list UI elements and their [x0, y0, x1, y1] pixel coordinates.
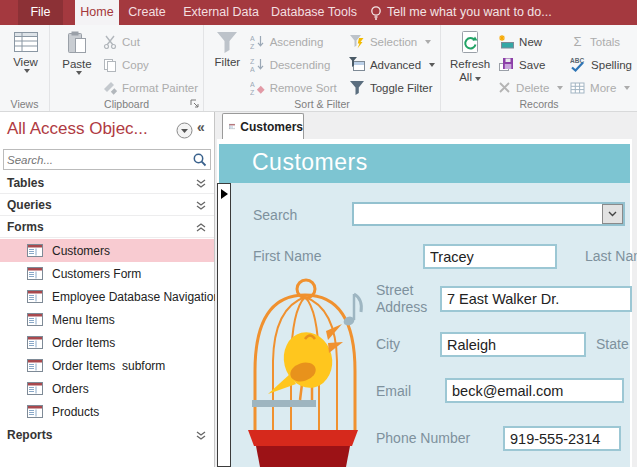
remove-sort-button[interactable]: A Z Remove Sort	[247, 76, 346, 99]
nav-section-reports[interactable]: Reports	[0, 424, 214, 446]
view-dropdown-arrow[interactable]	[24, 69, 30, 73]
city-input[interactable]	[440, 332, 586, 357]
tab-create[interactable]: Create	[122, 0, 172, 25]
more-dropdown-arrow[interactable]	[624, 86, 630, 90]
nav-section-tables[interactable]: Tables	[0, 172, 214, 194]
chevron-double-down-icon	[196, 201, 206, 210]
selection-button[interactable]: Selection	[346, 30, 438, 53]
refresh-all-dropdown-arrow[interactable]	[475, 77, 481, 81]
remove-sort-icon: A Z	[250, 80, 265, 95]
nav-search-input[interactable]	[7, 151, 187, 168]
view-button[interactable]: View	[13, 28, 39, 73]
delete-record-icon	[498, 81, 511, 94]
nav-pane-menu-icon[interactable]	[176, 122, 193, 139]
refresh-all-label-line1: Refresh	[450, 58, 490, 71]
spelling-label: Spelling	[591, 59, 632, 71]
view-icon	[13, 30, 39, 54]
record-selector-bar[interactable]	[217, 183, 231, 467]
nav-item-order-items-subform[interactable]: Order Items subform	[0, 354, 214, 377]
access-window: File Home Create External Data Database …	[0, 0, 637, 467]
spelling-button[interactable]: ABC Spelling	[567, 53, 635, 76]
tell-me-box[interactable]: Tell me what you want to do...	[387, 0, 552, 25]
tab-file[interactable]: File	[18, 0, 63, 25]
form-icon	[27, 313, 43, 326]
shutter-bar-close-button[interactable]: «	[197, 119, 205, 135]
email-input[interactable]	[445, 378, 624, 403]
nav-item-customers[interactable]: Customers	[0, 239, 214, 262]
tab-database-tools[interactable]: Database Tools	[268, 0, 360, 25]
descending-button[interactable]: Z A Descending	[247, 53, 346, 76]
nav-item-label: Products	[52, 405, 99, 419]
tab-home[interactable]: Home	[75, 0, 119, 25]
cut-label: Cut	[122, 36, 140, 48]
nav-item-label: Employee Database Navigation	[52, 290, 220, 304]
save-record-label: Save	[519, 59, 545, 71]
advanced-dropdown-arrow[interactable]	[429, 63, 435, 67]
music-note-icon	[342, 294, 361, 327]
selection-dropdown-arrow[interactable]	[425, 40, 431, 44]
sort-descending-icon: Z A	[250, 57, 265, 72]
paste-button[interactable]: Paste	[54, 28, 100, 75]
tab-external-data[interactable]: External Data	[178, 0, 264, 25]
ribbon-group-records: Refresh All New	[441, 25, 637, 111]
phone-number-input[interactable]	[503, 426, 621, 451]
svg-text:A: A	[250, 66, 255, 73]
format-painter-button[interactable]: Format Painter	[100, 76, 201, 99]
clipboard-dialog-launcher-icon[interactable]	[190, 99, 200, 109]
nav-section-forms[interactable]: Forms	[0, 216, 214, 238]
nav-item-products[interactable]: Products	[0, 400, 214, 423]
delete-record-label: Delete	[516, 82, 549, 94]
save-record-button[interactable]: Save	[495, 53, 567, 76]
street-address-input[interactable]	[440, 286, 632, 312]
city-label: City	[376, 336, 400, 352]
first-name-input[interactable]	[423, 244, 557, 269]
birdcage-illustration	[248, 276, 388, 467]
svg-text:Z: Z	[250, 43, 255, 50]
search-icon[interactable]	[192, 152, 208, 168]
delete-dropdown-arrow[interactable]	[557, 86, 563, 90]
state-label: State	[596, 336, 629, 352]
cut-button[interactable]: Cut	[100, 30, 201, 53]
spelling-icon: ABC	[570, 57, 586, 72]
copy-button[interactable]: Copy	[100, 53, 201, 76]
document-tab-label: Customers	[240, 120, 303, 134]
perch	[252, 400, 316, 407]
chevron-down-icon	[608, 211, 617, 217]
form-icon	[27, 290, 43, 303]
new-record-button[interactable]: New	[495, 30, 567, 53]
more-label: More	[590, 82, 616, 94]
nav-item-orders[interactable]: Orders	[0, 377, 214, 400]
selection-label: Selection	[370, 36, 417, 48]
cage-base-bottom	[256, 446, 350, 467]
refresh-all-button[interactable]: Refresh All	[445, 28, 495, 84]
chevron-double-up-icon	[196, 223, 206, 232]
toggle-filter-button[interactable]: Toggle Filter	[346, 76, 438, 99]
nav-item-employee-database-navigation[interactable]: Employee Database Navigation	[0, 285, 214, 308]
view-button-label: View	[13, 56, 38, 69]
selection-icon	[349, 34, 365, 49]
svg-text:A: A	[250, 81, 255, 88]
filter-button-label: Filter	[215, 56, 241, 69]
chevron-double-down-icon	[196, 179, 206, 188]
search-combo-dropdown-button[interactable]	[602, 204, 623, 224]
nav-item-label: Order Items subform	[52, 359, 165, 373]
delete-record-button[interactable]: Delete	[495, 76, 567, 99]
filter-button[interactable]: Filter	[208, 28, 247, 69]
search-combo-input[interactable]	[354, 204, 600, 224]
form-icon	[27, 267, 43, 280]
totals-button[interactable]: Σ Totals	[567, 30, 635, 53]
nav-item-label: Order Items	[52, 336, 115, 350]
ascending-button[interactable]: A Z Ascending	[247, 30, 346, 53]
more-button[interactable]: More	[567, 76, 635, 99]
document-tab-customers[interactable]: Customers	[222, 113, 304, 139]
advanced-icon	[349, 57, 365, 72]
nav-item-menu-items[interactable]: Menu Items	[0, 308, 214, 331]
nav-item-customers-form[interactable]: Customers Form	[0, 262, 214, 285]
nav-item-order-items[interactable]: Order Items	[0, 331, 214, 354]
nav-section-queries[interactable]: Queries	[0, 194, 214, 216]
advanced-button[interactable]: Advanced	[346, 53, 438, 76]
filter-icon	[214, 30, 240, 54]
paste-dropdown-arrow[interactable]	[76, 71, 82, 75]
paste-button-label: Paste	[62, 58, 91, 71]
totals-label: Totals	[590, 36, 620, 48]
